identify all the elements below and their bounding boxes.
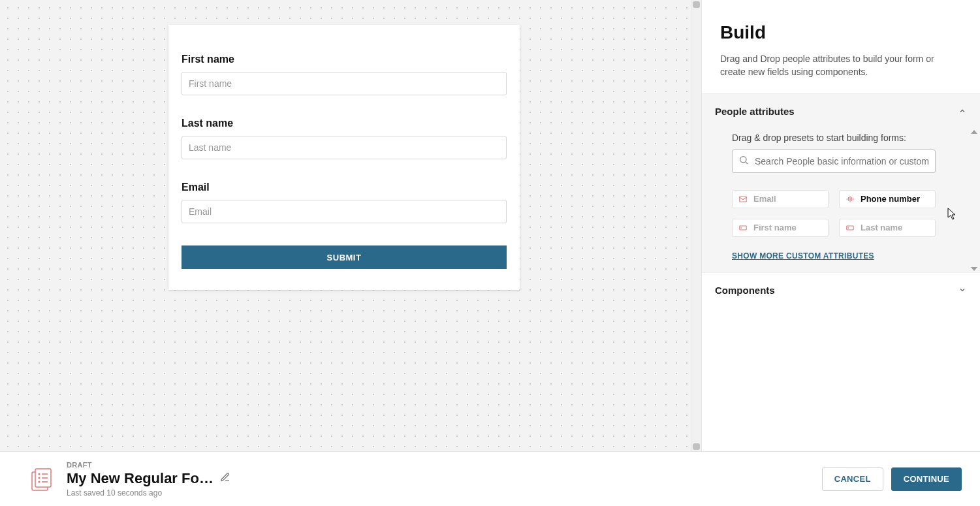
attr-chip-email[interactable]: Email — [732, 190, 829, 208]
email-label: Email — [182, 182, 507, 193]
form-canvas[interactable]: First name Last name Email SUBMIT — [0, 0, 701, 451]
form-field-last-name[interactable]: Last name — [182, 118, 507, 159]
scroll-up-icon[interactable] — [971, 130, 977, 134]
form-document-icon — [29, 466, 55, 492]
build-side-panel: Build Drag and Drop people attributes to… — [701, 0, 980, 451]
form-status-badge: DRAFT — [67, 461, 230, 469]
submit-button[interactable]: SUBMIT — [182, 245, 507, 269]
svg-point-16 — [38, 477, 40, 479]
scroll-down-icon[interactable] — [971, 267, 977, 271]
text-field-icon — [738, 223, 748, 233]
scrollbar-down-affordance[interactable] — [693, 443, 700, 450]
email-input[interactable] — [182, 200, 507, 223]
form-field-first-name[interactable]: First name — [182, 54, 507, 95]
bars-icon — [845, 194, 855, 204]
components-section: Components — [702, 273, 980, 308]
svg-point-18 — [38, 481, 40, 482]
svg-rect-8 — [740, 226, 747, 230]
attr-chip-last-name[interactable]: Last name — [839, 219, 936, 237]
scrollbar-up-affordance[interactable] — [693, 1, 700, 8]
attr-chip-first-name[interactable]: First name — [732, 219, 829, 237]
edit-title-button[interactable] — [220, 472, 230, 485]
last-name-label: Last name — [182, 118, 507, 129]
svg-line-1 — [746, 162, 748, 164]
attributes-inner-scrollbar[interactable] — [970, 129, 978, 272]
first-name-input[interactable] — [182, 72, 507, 95]
form-title: My New Regular Fo… — [67, 470, 213, 487]
continue-button[interactable]: CONTINUE — [891, 467, 962, 491]
last-name-input[interactable] — [182, 136, 507, 159]
chevron-down-icon — [958, 285, 967, 294]
drag-drop-hint: Drag & drop presets to start building fo… — [732, 133, 967, 143]
last-saved-text: Last saved 10 seconds ago — [67, 488, 230, 498]
attr-chip-phone-number[interactable]: Phone number — [839, 190, 936, 208]
chip-label: First name — [753, 223, 797, 232]
svg-rect-10 — [847, 226, 854, 230]
chevron-up-icon — [958, 106, 967, 116]
chip-label: Last name — [861, 223, 902, 232]
attribute-search-input[interactable] — [732, 150, 936, 173]
editor-footer: DRAFT My New Regular Fo… Last saved 10 s… — [0, 451, 980, 506]
envelope-icon — [738, 194, 748, 204]
text-field-icon — [845, 223, 855, 233]
people-attributes-toggle[interactable]: People attributes — [702, 94, 980, 129]
form-field-email[interactable]: Email — [182, 182, 507, 223]
panel-subtitle: Drag and Drop people attributes to build… — [720, 52, 962, 79]
first-name-label: First name — [182, 54, 507, 65]
components-label: Components — [715, 285, 775, 296]
search-icon — [738, 155, 749, 168]
cancel-button[interactable]: CANCEL — [822, 467, 883, 491]
svg-point-14 — [38, 473, 40, 475]
form-preview-card: First name Last name Email SUBMIT — [168, 25, 520, 290]
chip-label: Phone number — [861, 194, 920, 204]
svg-point-0 — [740, 156, 746, 162]
chip-label: Email — [753, 194, 776, 204]
components-toggle[interactable]: Components — [702, 273, 980, 308]
show-more-attributes-link[interactable]: SHOW MORE CUSTOM ATTRIBUTES — [732, 251, 967, 261]
people-attributes-label: People attributes — [715, 106, 795, 117]
panel-title: Build — [720, 22, 962, 43]
people-attributes-section: People attributes Drag & drop presets to… — [702, 94, 980, 273]
canvas-scrollbar[interactable] — [691, 0, 701, 451]
